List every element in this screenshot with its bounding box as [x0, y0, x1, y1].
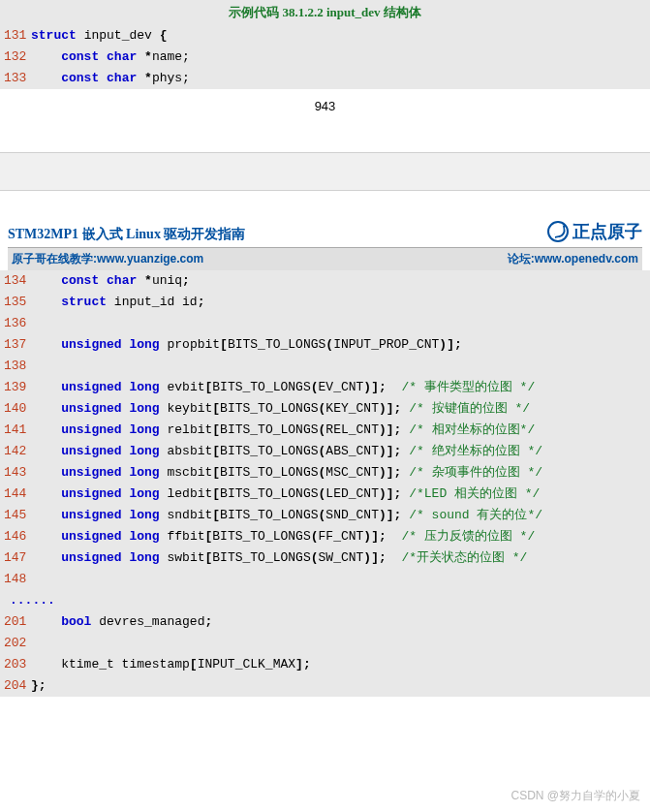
code-line: 148 — [0, 569, 650, 590]
line-number: 143 — [4, 463, 31, 483]
line-number: 131 — [4, 26, 31, 46]
code-line: 204}; — [0, 675, 650, 697]
code-line: 134 const char *uniq; — [0, 270, 650, 292]
page-header: STM32MP1 嵌入式 Linux 驱动开发指南 正点原子 原子哥在线教学:w… — [0, 220, 650, 270]
code-line: 136 — [0, 313, 650, 334]
line-number: 138 — [4, 357, 31, 376]
code-line: 132 const char *name; — [0, 47, 650, 68]
code-line: 146 unsigned long ffbit[BITS_TO_LONGS(FF… — [0, 526, 650, 547]
code-line: 137 unsigned long propbit[BITS_TO_LONGS(… — [0, 334, 650, 356]
brand-logo: 正点原子 — [547, 220, 642, 243]
code-line: 203 ktime_t timestamp[INPUT_CLK_MAX]; — [0, 654, 650, 675]
line-number: 146 — [4, 527, 31, 547]
forum-link[interactable]: www.openedv.com — [535, 252, 638, 265]
code-block-bottom: 134 const char *uniq;135 struct input_id… — [0, 270, 650, 697]
code-line: 201 bool devres_managed; — [0, 611, 650, 633]
page-gap — [0, 152, 650, 191]
doc-title: STM32MP1 嵌入式 Linux 驱动开发指南 — [8, 226, 245, 243]
line-number: 201 — [4, 612, 31, 632]
line-number: 141 — [4, 421, 31, 440]
line-number: 142 — [4, 442, 31, 461]
page-number: 943 — [0, 89, 650, 133]
line-number: 203 — [4, 655, 31, 674]
line-number: 136 — [4, 314, 31, 333]
header-right: 论坛:www.openedv.com — [508, 251, 638, 267]
line-number: 137 — [4, 335, 31, 355]
code-line: 139 unsigned long evbit[BITS_TO_LONGS(EV… — [0, 377, 650, 398]
line-number: 145 — [4, 506, 31, 525]
code-line: 133 const char *phys; — [0, 68, 650, 89]
logo-icon — [547, 221, 569, 242]
code-block-top: 示例代码 38.1.2.2 input_dev 结构体 131 struct i… — [0, 0, 650, 89]
line-number: 148 — [4, 570, 31, 589]
line-number: 135 — [4, 293, 31, 312]
line-number: 139 — [4, 378, 31, 397]
code-line: 147 unsigned long swbit[BITS_TO_LONGS(SW… — [0, 547, 650, 569]
header-left: 原子哥在线教学:www.yuanzige.com — [12, 251, 203, 267]
line-number: 132 — [4, 47, 31, 67]
code-line: 144 unsigned long ledbit[BITS_TO_LONGS(L… — [0, 484, 650, 505]
code-line: 142 unsigned long absbit[BITS_TO_LONGS(A… — [0, 441, 650, 462]
line-number: 140 — [4, 399, 31, 419]
teach-link[interactable]: www.yuanzige.com — [97, 252, 203, 265]
line-number: 133 — [4, 69, 31, 88]
line-number: 202 — [4, 634, 31, 653]
code-line: 138 — [0, 356, 650, 377]
code-line: 141 unsigned long relbit[BITS_TO_LONGS(R… — [0, 420, 650, 441]
code-line: 131 struct input_dev { — [0, 25, 650, 47]
line-number: 147 — [4, 548, 31, 568]
code-title: 示例代码 38.1.2.2 input_dev 结构体 — [0, 0, 650, 25]
code-line: 143 unsigned long mscbit[BITS_TO_LONGS(M… — [0, 462, 650, 484]
code-line: 140 unsigned long keybit[BITS_TO_LONGS(K… — [0, 398, 650, 420]
line-number: 144 — [4, 484, 31, 504]
line-number: 204 — [4, 676, 31, 696]
line-number: 134 — [4, 271, 31, 291]
code-line: 135 struct input_id id; — [0, 292, 650, 313]
code-line: 202 — [0, 633, 650, 654]
code-line: 145 unsigned long sndbit[BITS_TO_LONGS(S… — [0, 505, 650, 526]
brand-name: 正点原子 — [573, 220, 642, 243]
